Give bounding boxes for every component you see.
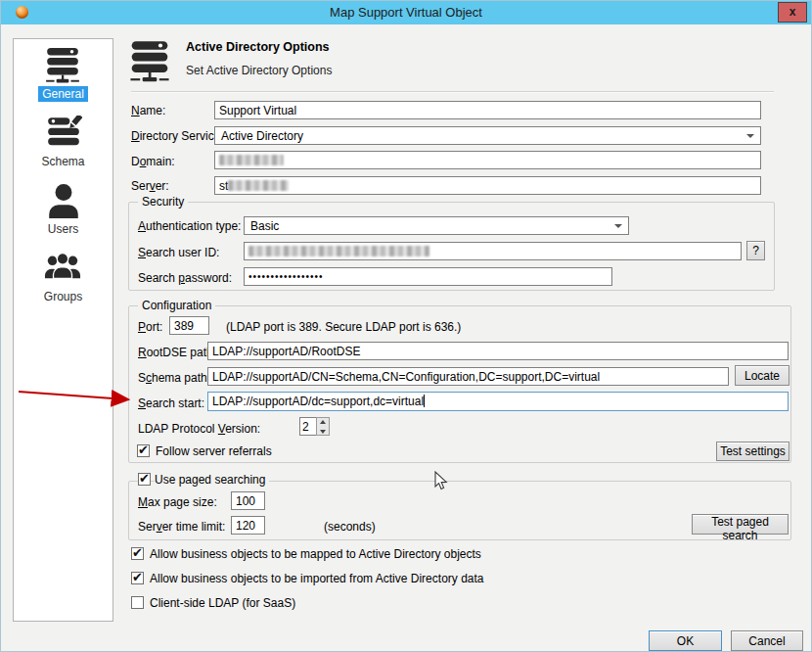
domain-label: Domain: — [131, 155, 175, 168]
use-paged-searching-label: Use paged searching — [155, 473, 269, 487]
auth-type-select[interactable]: Basic — [244, 216, 629, 235]
domain-input[interactable] — [214, 151, 761, 169]
header-separator — [131, 91, 774, 93]
allow-imported-label: Allow business objects to be imported fr… — [150, 572, 483, 585]
sidebar-item-groups[interactable]: Groups — [40, 251, 86, 304]
sidebar: General Schema — [13, 38, 113, 622]
allow-mapped-checkbox[interactable] — [131, 547, 144, 560]
search-user-id-input[interactable] — [244, 242, 742, 260]
page-subtitle: Set Active Directory Options — [186, 64, 332, 77]
port-input[interactable]: 389 — [169, 316, 209, 335]
sidebar-item-label[interactable]: Users — [44, 221, 82, 237]
server-input[interactable]: st — [214, 176, 761, 195]
ok-button[interactable]: OK — [649, 630, 722, 651]
spin-down-icon[interactable] — [317, 427, 329, 436]
rootdse-path-label: RootDSE path: — [138, 346, 216, 359]
cancel-button[interactable]: Cancel — [731, 630, 803, 651]
server-time-limit-label: Server time limit: — [138, 520, 225, 534]
test-paged-search-button[interactable]: Test paged search — [692, 514, 789, 535]
search-start-input[interactable]: LDAP://supportAD/dc=support,dc=virtual — [207, 392, 789, 411]
help-button[interactable]: ? — [746, 241, 765, 260]
sidebar-item-label[interactable]: Groups — [40, 289, 86, 304]
max-page-size-input[interactable]: 100 — [231, 491, 265, 510]
page-title: Active Directory Options — [186, 40, 330, 54]
search-start-label: Search start: — [138, 396, 204, 410]
schema-path-label: Schema path: — [138, 371, 210, 385]
dropdown-arrow-icon — [746, 134, 754, 138]
search-password-label: Search password: — [138, 271, 232, 285]
sidebar-item-label[interactable]: Schema — [37, 154, 88, 169]
locate-button[interactable]: Locate — [735, 365, 789, 386]
directory-service-label: Directory Service: — [131, 129, 224, 143]
allow-mapped-label: Allow business objects to be mapped to A… — [150, 547, 481, 561]
follow-referrals-checkbox[interactable] — [137, 444, 150, 457]
ldap-version-input[interactable]: 2 — [299, 417, 317, 436]
sidebar-item-users[interactable]: Users — [44, 183, 82, 237]
search-user-id-label: Search user ID: — [138, 246, 219, 259]
sidebar-item-schema[interactable]: Schema — [37, 116, 88, 169]
server-edit-icon — [45, 116, 82, 151]
allow-imported-checkbox[interactable] — [131, 572, 144, 584]
search-password-input[interactable]: ••••••••••••••••• — [244, 267, 612, 286]
user-icon — [45, 183, 82, 218]
sidebar-item-label[interactable]: General — [38, 86, 88, 102]
rootdse-path-input[interactable]: LDAP://supportAD/RootDSE — [207, 342, 789, 360]
directory-service-select[interactable]: Active Directory — [214, 126, 761, 145]
port-label: Port: — [138, 320, 162, 334]
window-title: Map Support Virtual Object — [1, 5, 811, 20]
close-button[interactable]: x — [778, 2, 807, 23]
configuration-legend: Configuration — [138, 299, 215, 312]
server-label: Server: — [131, 179, 169, 193]
ldap-version-label: LDAP Protocol Version: — [138, 422, 260, 436]
sidebar-item-general[interactable]: General — [38, 48, 88, 102]
server-time-limit-input[interactable]: 120 — [231, 516, 265, 535]
follow-referrals-label: Follow server referrals — [156, 444, 272, 458]
server-stack-icon — [44, 48, 81, 83]
titlebar: Map Support Virtual Object x — [1, 1, 811, 24]
name-label: Name: — [131, 104, 165, 117]
spin-up-icon[interactable] — [317, 418, 329, 427]
users-group-icon — [44, 251, 81, 286]
client-side-ldap-label: Client-side LDAP (for SaaS) — [150, 596, 295, 610]
redacted-value — [248, 246, 429, 256]
server-stack-icon — [128, 40, 171, 83]
test-settings-button[interactable]: Test settings — [716, 442, 789, 461]
ldap-version-stepper — [316, 417, 330, 436]
security-legend: Security — [138, 195, 188, 209]
port-note: (LDAP port is 389. Secure LDAP port is 6… — [226, 320, 461, 334]
client-side-ldap-checkbox[interactable] — [131, 596, 144, 609]
max-page-size-label: Max page size: — [138, 495, 217, 509]
text-caret — [424, 395, 425, 407]
seconds-note: (seconds) — [324, 520, 376, 534]
map-support-virtual-object-dialog: Map Support Virtual Object x General — [0, 0, 812, 652]
name-input[interactable]: Support Virtual — [214, 101, 761, 119]
dropdown-arrow-icon — [614, 224, 622, 228]
redacted-value — [228, 180, 289, 191]
schema-path-input[interactable]: LDAP://supportAD/CN=Schema,CN=Configurat… — [207, 367, 729, 386]
auth-type-label: Authentication type: — [138, 219, 241, 233]
use-paged-searching-checkbox[interactable] — [138, 473, 151, 486]
redacted-value — [219, 155, 284, 165]
